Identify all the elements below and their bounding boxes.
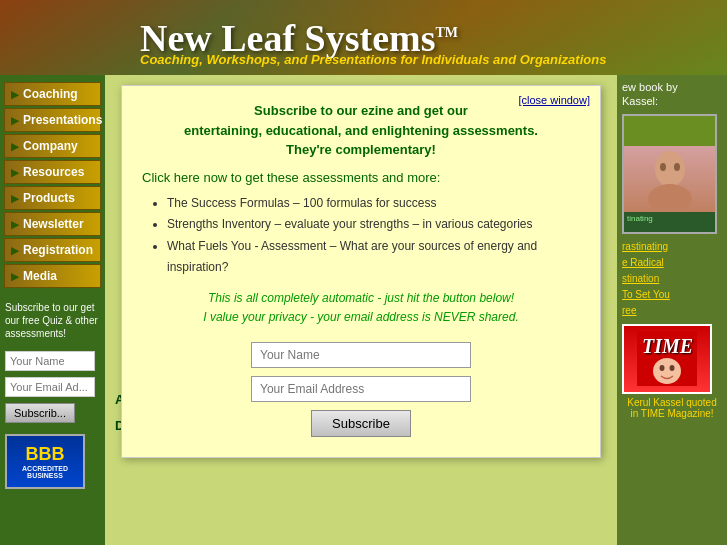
modal-close-button[interactable]: [close window] bbox=[518, 94, 590, 106]
bbb-logo: BBB bbox=[26, 444, 65, 465]
svg-point-8 bbox=[670, 365, 675, 371]
book-cover: tinating bbox=[622, 114, 717, 234]
modal-email-input[interactable] bbox=[251, 376, 471, 402]
right-link-1[interactable]: e Radical bbox=[622, 255, 722, 271]
modal-form: Subscribe bbox=[142, 342, 580, 437]
modal-list: The Success Formulas – 100 formulas for … bbox=[142, 193, 580, 279]
nav-item-registration[interactable]: Registration bbox=[4, 238, 101, 262]
list-item: Strengths Inventory – evaluate your stre… bbox=[167, 214, 580, 236]
nav-item-resources[interactable]: Resources bbox=[4, 160, 101, 184]
modal-subscribe-button[interactable]: Subscribe bbox=[311, 410, 411, 437]
modal-click-text: Click here now to get these assessments … bbox=[142, 170, 580, 185]
list-item: The Success Formulas – 100 formulas for … bbox=[167, 193, 580, 215]
modal: [close window] Subscribe to our ezine an… bbox=[121, 85, 601, 458]
header: New Leaf SystemsTM Coaching, Workshops, … bbox=[0, 0, 727, 75]
sidebar-subscribe-button[interactable]: Subscrib... bbox=[5, 403, 75, 423]
book-cover-bottom: tinating bbox=[624, 212, 715, 232]
bbb-text: ACCREDITEDBUSINESS bbox=[22, 465, 68, 479]
right-book-text-line1: ew book by Kassel: bbox=[622, 80, 722, 109]
book-cover-top bbox=[624, 116, 715, 146]
svg-point-2 bbox=[660, 163, 666, 171]
nav-item-media[interactable]: Media bbox=[4, 264, 101, 288]
sidebar-subscribe-text: Subscribe to our get our free Quiz & oth… bbox=[0, 293, 105, 348]
modal-name-input[interactable] bbox=[251, 342, 471, 368]
center-content: Are you driven to excel, yet you want to… bbox=[105, 75, 617, 545]
right-link-0[interactable]: rastinating bbox=[622, 239, 722, 255]
book-cover-image bbox=[624, 146, 715, 212]
bbb-badge: BBB ACCREDITEDBUSINESS bbox=[5, 434, 85, 489]
list-item: What Fuels You - Assessment – What are y… bbox=[167, 236, 580, 279]
right-link-3[interactable]: To Set You bbox=[622, 287, 722, 303]
right-sidebar: ew book by Kassel: tinating rast bbox=[617, 75, 727, 545]
right-links: rastinating e Radical stination To Set Y… bbox=[622, 239, 722, 319]
left-sidebar: Coaching Presentations Company Resources… bbox=[0, 75, 105, 545]
nav-item-coaching[interactable]: Coaching bbox=[4, 82, 101, 106]
sidebar-name-input[interactable] bbox=[5, 351, 95, 371]
sidebar-email-input[interactable] bbox=[5, 377, 95, 397]
nav-item-company[interactable]: Company bbox=[4, 134, 101, 158]
svg-point-0 bbox=[655, 151, 685, 187]
header-subtitle: Coaching, Workshops, and Presentations f… bbox=[140, 52, 606, 67]
book-cover-label: tinating bbox=[624, 212, 715, 225]
nav-item-newsletter[interactable]: Newsletter bbox=[4, 212, 101, 236]
main-layout: Coaching Presentations Company Resources… bbox=[0, 75, 727, 545]
modal-overlay: [close window] Subscribe to our ezine an… bbox=[105, 75, 617, 545]
right-link-4[interactable]: ree bbox=[622, 303, 722, 319]
nav-item-products[interactable]: Products bbox=[4, 186, 101, 210]
nav-item-presentations[interactable]: Presentations bbox=[4, 108, 101, 132]
svg-text:TIME: TIME bbox=[642, 335, 693, 357]
svg-point-7 bbox=[660, 365, 665, 371]
svg-point-6 bbox=[653, 358, 681, 384]
modal-auto-text: This is all completely automatic - just … bbox=[142, 289, 580, 327]
svg-point-1 bbox=[648, 184, 692, 209]
time-badge: TIME bbox=[622, 324, 712, 394]
time-badge-inner: TIME bbox=[637, 331, 697, 386]
right-link-2[interactable]: stination bbox=[622, 271, 722, 287]
modal-title: Subscribe to our ezine and get our enter… bbox=[142, 101, 580, 160]
time-caption: Kerul Kassel quoted in TIME Magazine! bbox=[622, 397, 722, 419]
svg-point-3 bbox=[674, 163, 680, 171]
